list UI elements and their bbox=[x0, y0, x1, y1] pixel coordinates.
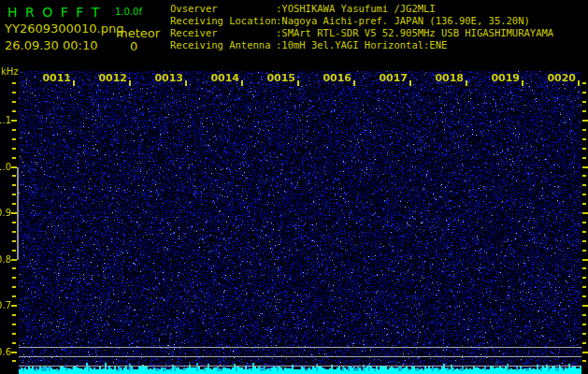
freq-tick-right bbox=[582, 342, 586, 344]
time-tick-label: 0015 bbox=[251, 73, 295, 84]
freq-tick-left bbox=[12, 101, 16, 103]
freq-tick-left bbox=[12, 184, 16, 186]
time-tick-label: 0014 bbox=[194, 73, 239, 84]
app-title: H R O F F T bbox=[7, 5, 101, 20]
station-info-row: Receiver:SMArt RTL-SDR V5 52.905MHz USB … bbox=[170, 27, 553, 39]
freq-tick-right bbox=[582, 231, 586, 233]
freq-tick-left bbox=[12, 157, 16, 159]
freq-tick-label: 0.6 bbox=[0, 347, 11, 358]
freq-tick-left bbox=[12, 360, 16, 362]
app-version: 1.0.0f bbox=[115, 7, 142, 17]
station-info-value: :YOSHIKAWA Yasufumi /JG2MLI bbox=[276, 3, 436, 14]
freq-tick-left bbox=[12, 110, 16, 112]
freq-tick-left bbox=[12, 277, 16, 279]
freq-tick-left bbox=[12, 314, 16, 316]
datetime-label: 26.09.30 00:10 bbox=[5, 38, 98, 52]
freq-tick-right bbox=[582, 184, 586, 186]
time-tick bbox=[466, 80, 467, 86]
freq-tick-left bbox=[11, 259, 17, 261]
freq-tick-left bbox=[12, 342, 16, 344]
freq-tick-left bbox=[12, 267, 16, 269]
freq-tick-right bbox=[582, 110, 586, 112]
freq-tick-right bbox=[582, 295, 586, 297]
station-info-label: Receiver bbox=[170, 27, 276, 39]
freq-tick-right bbox=[582, 120, 588, 122]
freq-tick-right bbox=[582, 222, 586, 223]
freq-tick-left bbox=[12, 138, 16, 140]
freq-tick-label: 1.1 bbox=[0, 115, 11, 126]
freq-tick-left bbox=[12, 148, 16, 150]
freq-tick-right bbox=[582, 360, 586, 362]
time-tick bbox=[73, 80, 75, 86]
freq-tick-label: 1.0 bbox=[0, 162, 11, 173]
freq-tick-left bbox=[12, 286, 16, 288]
freq-tick-left bbox=[12, 231, 16, 233]
time-tick bbox=[241, 80, 243, 86]
freq-tick-right bbox=[582, 314, 586, 316]
freq-tick-right bbox=[582, 194, 586, 195]
freq-tick-right bbox=[582, 324, 586, 325]
freq-tick-left bbox=[12, 333, 16, 335]
freq-tick-left bbox=[11, 305, 17, 307]
time-tick bbox=[297, 80, 299, 86]
freq-tick-left bbox=[11, 212, 17, 214]
freq-tick-right bbox=[582, 352, 588, 353]
station-info-label: Receiving Location bbox=[170, 15, 276, 27]
station-info: Ovserver:YOSHIKAWA Yasufumi /JG2MLIRecei… bbox=[170, 3, 553, 51]
freq-tick-left bbox=[12, 194, 16, 195]
time-tick bbox=[129, 80, 131, 86]
time-tick-label: 0018 bbox=[419, 73, 464, 84]
freq-tick-left bbox=[12, 295, 16, 297]
hrofft-screen: H R O F F T 1.0.0f YY2609300010.png mete… bbox=[0, 0, 588, 374]
time-tick-label: 0019 bbox=[475, 73, 520, 84]
freq-tick-right bbox=[582, 138, 586, 140]
reference-line bbox=[19, 356, 581, 357]
reference-line bbox=[19, 347, 581, 348]
time-tick bbox=[578, 80, 580, 86]
freq-tick-right bbox=[582, 259, 588, 261]
freq-tick-left bbox=[12, 129, 16, 131]
freq-tick-right bbox=[582, 101, 586, 103]
frequency-scale-bar bbox=[17, 167, 19, 260]
freq-tick-left bbox=[11, 352, 17, 353]
time-tick-label: 0016 bbox=[307, 73, 351, 84]
time-tick bbox=[353, 80, 355, 86]
freq-tick-right bbox=[582, 82, 586, 84]
freq-tick-right bbox=[582, 148, 586, 150]
freq-tick-right bbox=[582, 92, 586, 94]
freq-tick-left bbox=[11, 120, 17, 122]
time-tick bbox=[522, 80, 523, 86]
time-tick-label: 0012 bbox=[82, 73, 127, 84]
freq-axis-unit: kHz bbox=[1, 66, 19, 77]
freq-tick-left bbox=[12, 222, 16, 223]
freq-tick-right bbox=[582, 203, 586, 205]
echo-count: 0 bbox=[130, 39, 137, 53]
freq-tick-right bbox=[582, 267, 586, 269]
freq-tick-right bbox=[582, 305, 588, 307]
spectrogram-noise bbox=[19, 71, 581, 374]
station-info-value: :10mH 3el.YAGI Horizontal:ENE bbox=[276, 39, 447, 50]
freq-tick-right bbox=[582, 240, 586, 242]
freq-tick-right bbox=[582, 333, 586, 335]
station-info-label: Ovserver bbox=[170, 3, 276, 15]
freq-tick-right bbox=[582, 157, 586, 159]
freq-tick-label: 0.9 bbox=[0, 208, 11, 219]
freq-tick-label: 0.8 bbox=[0, 254, 11, 266]
freq-tick-left bbox=[12, 240, 16, 242]
freq-tick-left bbox=[12, 324, 16, 325]
freq-tick-left bbox=[12, 92, 16, 94]
freq-tick-right bbox=[582, 286, 586, 288]
reference-line bbox=[19, 366, 581, 367]
time-tick bbox=[185, 80, 187, 86]
station-info-row: Receiving Antenna:10mH 3el.YAGI Horizont… bbox=[170, 39, 553, 51]
freq-tick-right bbox=[582, 166, 588, 168]
station-info-label: Receiving Antenna bbox=[170, 39, 276, 51]
time-tick-label: 0017 bbox=[363, 73, 408, 84]
freq-tick-label: 0.7 bbox=[0, 300, 11, 311]
freq-tick-left bbox=[12, 175, 16, 177]
time-tick-label: 0011 bbox=[26, 73, 71, 84]
freq-tick-right bbox=[582, 129, 586, 131]
time-tick bbox=[409, 80, 411, 86]
station-info-value: :Nagoya Aichi-pref. JAPAN (136.90E, 35.2… bbox=[276, 15, 530, 26]
freq-tick-right bbox=[582, 250, 586, 252]
